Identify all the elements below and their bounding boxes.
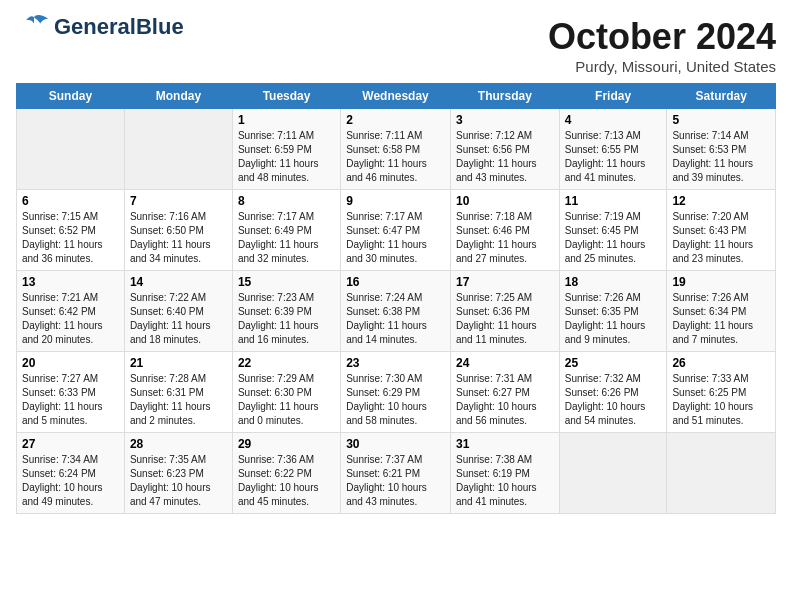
day-number: 8 <box>238 194 335 208</box>
calendar-cell: 7Sunrise: 7:16 AMSunset: 6:50 PMDaylight… <box>124 190 232 271</box>
col-header-thursday: Thursday <box>450 84 559 109</box>
day-info: Sunrise: 7:35 AMSunset: 6:23 PMDaylight:… <box>130 453 227 509</box>
calendar-cell <box>667 433 776 514</box>
day-number: 1 <box>238 113 335 127</box>
day-info: Sunrise: 7:38 AMSunset: 6:19 PMDaylight:… <box>456 453 554 509</box>
day-number: 25 <box>565 356 662 370</box>
calendar-cell: 13Sunrise: 7:21 AMSunset: 6:42 PMDayligh… <box>17 271 125 352</box>
calendar-cell: 19Sunrise: 7:26 AMSunset: 6:34 PMDayligh… <box>667 271 776 352</box>
day-info: Sunrise: 7:29 AMSunset: 6:30 PMDaylight:… <box>238 372 335 428</box>
col-header-sunday: Sunday <box>17 84 125 109</box>
day-info: Sunrise: 7:13 AMSunset: 6:55 PMDaylight:… <box>565 129 662 185</box>
day-info: Sunrise: 7:24 AMSunset: 6:38 PMDaylight:… <box>346 291 445 347</box>
day-number: 9 <box>346 194 445 208</box>
day-number: 5 <box>672 113 770 127</box>
day-info: Sunrise: 7:34 AMSunset: 6:24 PMDaylight:… <box>22 453 119 509</box>
day-info: Sunrise: 7:23 AMSunset: 6:39 PMDaylight:… <box>238 291 335 347</box>
day-number: 3 <box>456 113 554 127</box>
day-info: Sunrise: 7:30 AMSunset: 6:29 PMDaylight:… <box>346 372 445 428</box>
calendar-cell: 6Sunrise: 7:15 AMSunset: 6:52 PMDaylight… <box>17 190 125 271</box>
calendar-cell <box>17 109 125 190</box>
calendar-header: SundayMondayTuesdayWednesdayThursdayFrid… <box>17 84 776 109</box>
day-info: Sunrise: 7:22 AMSunset: 6:40 PMDaylight:… <box>130 291 227 347</box>
calendar-cell: 18Sunrise: 7:26 AMSunset: 6:35 PMDayligh… <box>559 271 667 352</box>
calendar-cell: 25Sunrise: 7:32 AMSunset: 6:26 PMDayligh… <box>559 352 667 433</box>
day-info: Sunrise: 7:31 AMSunset: 6:27 PMDaylight:… <box>456 372 554 428</box>
day-number: 4 <box>565 113 662 127</box>
day-info: Sunrise: 7:16 AMSunset: 6:50 PMDaylight:… <box>130 210 227 266</box>
calendar-cell: 5Sunrise: 7:14 AMSunset: 6:53 PMDaylight… <box>667 109 776 190</box>
day-number: 11 <box>565 194 662 208</box>
day-number: 15 <box>238 275 335 289</box>
day-number: 17 <box>456 275 554 289</box>
day-number: 21 <box>130 356 227 370</box>
day-info: Sunrise: 7:37 AMSunset: 6:21 PMDaylight:… <box>346 453 445 509</box>
calendar-cell: 23Sunrise: 7:30 AMSunset: 6:29 PMDayligh… <box>341 352 451 433</box>
calendar-cell: 11Sunrise: 7:19 AMSunset: 6:45 PMDayligh… <box>559 190 667 271</box>
calendar-title: October 2024 <box>548 16 776 58</box>
logo-blue: Blue <box>136 14 184 39</box>
day-number: 29 <box>238 437 335 451</box>
day-info: Sunrise: 7:19 AMSunset: 6:45 PMDaylight:… <box>565 210 662 266</box>
calendar-cell: 24Sunrise: 7:31 AMSunset: 6:27 PMDayligh… <box>450 352 559 433</box>
day-info: Sunrise: 7:33 AMSunset: 6:25 PMDaylight:… <box>672 372 770 428</box>
day-number: 14 <box>130 275 227 289</box>
logo-general: General <box>54 14 136 39</box>
day-number: 31 <box>456 437 554 451</box>
day-number: 27 <box>22 437 119 451</box>
calendar-cell: 4Sunrise: 7:13 AMSunset: 6:55 PMDaylight… <box>559 109 667 190</box>
day-info: Sunrise: 7:27 AMSunset: 6:33 PMDaylight:… <box>22 372 119 428</box>
calendar-cell: 14Sunrise: 7:22 AMSunset: 6:40 PMDayligh… <box>124 271 232 352</box>
day-number: 20 <box>22 356 119 370</box>
calendar-cell: 26Sunrise: 7:33 AMSunset: 6:25 PMDayligh… <box>667 352 776 433</box>
col-header-friday: Friday <box>559 84 667 109</box>
day-number: 18 <box>565 275 662 289</box>
day-info: Sunrise: 7:21 AMSunset: 6:42 PMDaylight:… <box>22 291 119 347</box>
day-info: Sunrise: 7:11 AMSunset: 6:58 PMDaylight:… <box>346 129 445 185</box>
calendar-cell <box>124 109 232 190</box>
day-info: Sunrise: 7:18 AMSunset: 6:46 PMDaylight:… <box>456 210 554 266</box>
calendar-cell: 17Sunrise: 7:25 AMSunset: 6:36 PMDayligh… <box>450 271 559 352</box>
calendar-cell: 30Sunrise: 7:37 AMSunset: 6:21 PMDayligh… <box>341 433 451 514</box>
day-info: Sunrise: 7:17 AMSunset: 6:47 PMDaylight:… <box>346 210 445 266</box>
day-number: 24 <box>456 356 554 370</box>
day-number: 12 <box>672 194 770 208</box>
day-info: Sunrise: 7:25 AMSunset: 6:36 PMDaylight:… <box>456 291 554 347</box>
calendar-cell <box>559 433 667 514</box>
day-number: 10 <box>456 194 554 208</box>
day-number: 28 <box>130 437 227 451</box>
day-info: Sunrise: 7:17 AMSunset: 6:49 PMDaylight:… <box>238 210 335 266</box>
logo: GeneralBlue <box>16 16 184 38</box>
day-number: 26 <box>672 356 770 370</box>
logo-icon <box>16 14 52 36</box>
day-number: 22 <box>238 356 335 370</box>
day-info: Sunrise: 7:11 AMSunset: 6:59 PMDaylight:… <box>238 129 335 185</box>
calendar-cell: 8Sunrise: 7:17 AMSunset: 6:49 PMDaylight… <box>232 190 340 271</box>
day-number: 6 <box>22 194 119 208</box>
day-number: 7 <box>130 194 227 208</box>
day-number: 13 <box>22 275 119 289</box>
day-number: 23 <box>346 356 445 370</box>
day-number: 19 <box>672 275 770 289</box>
day-info: Sunrise: 7:26 AMSunset: 6:35 PMDaylight:… <box>565 291 662 347</box>
day-number: 30 <box>346 437 445 451</box>
col-header-monday: Monday <box>124 84 232 109</box>
day-info: Sunrise: 7:14 AMSunset: 6:53 PMDaylight:… <box>672 129 770 185</box>
day-info: Sunrise: 7:36 AMSunset: 6:22 PMDaylight:… <box>238 453 335 509</box>
calendar-cell: 27Sunrise: 7:34 AMSunset: 6:24 PMDayligh… <box>17 433 125 514</box>
calendar-cell: 3Sunrise: 7:12 AMSunset: 6:56 PMDaylight… <box>450 109 559 190</box>
calendar-subtitle: Purdy, Missouri, United States <box>548 58 776 75</box>
day-info: Sunrise: 7:12 AMSunset: 6:56 PMDaylight:… <box>456 129 554 185</box>
day-info: Sunrise: 7:15 AMSunset: 6:52 PMDaylight:… <box>22 210 119 266</box>
calendar-cell: 29Sunrise: 7:36 AMSunset: 6:22 PMDayligh… <box>232 433 340 514</box>
col-header-tuesday: Tuesday <box>232 84 340 109</box>
calendar-cell: 28Sunrise: 7:35 AMSunset: 6:23 PMDayligh… <box>124 433 232 514</box>
title-block: October 2024 Purdy, Missouri, United Sta… <box>548 16 776 75</box>
calendar-cell: 10Sunrise: 7:18 AMSunset: 6:46 PMDayligh… <box>450 190 559 271</box>
calendar-cell: 9Sunrise: 7:17 AMSunset: 6:47 PMDaylight… <box>341 190 451 271</box>
calendar-cell: 15Sunrise: 7:23 AMSunset: 6:39 PMDayligh… <box>232 271 340 352</box>
calendar-cell: 22Sunrise: 7:29 AMSunset: 6:30 PMDayligh… <box>232 352 340 433</box>
day-number: 2 <box>346 113 445 127</box>
calendar-cell: 31Sunrise: 7:38 AMSunset: 6:19 PMDayligh… <box>450 433 559 514</box>
page-header: GeneralBlue October 2024 Purdy, Missouri… <box>16 16 776 75</box>
